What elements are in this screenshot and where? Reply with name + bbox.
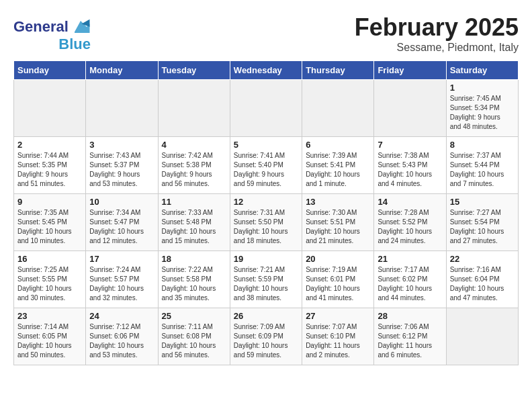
day-number: 17 (89, 254, 154, 264)
calendar-cell: 18Sunrise: 7:22 AM Sunset: 5:58 PM Dayli… (158, 251, 230, 308)
calendar-cell: 14Sunrise: 7:28 AM Sunset: 5:52 PM Dayli… (374, 194, 446, 251)
calendar-cell: 19Sunrise: 7:21 AM Sunset: 5:59 PM Dayli… (230, 251, 302, 308)
calendar-cell: 16Sunrise: 7:25 AM Sunset: 5:55 PM Dayli… (14, 251, 86, 308)
day-number: 28 (378, 311, 442, 321)
day-number: 26 (234, 311, 298, 321)
day-info: Sunrise: 7:27 AM Sunset: 5:54 PM Dayligh… (450, 208, 515, 246)
calendar-cell (158, 80, 230, 137)
calendar-cell (374, 80, 446, 137)
calendar-cell: 28Sunrise: 7:06 AM Sunset: 6:12 PM Dayli… (374, 308, 446, 365)
calendar-cell: 13Sunrise: 7:30 AM Sunset: 5:51 PM Dayli… (302, 194, 374, 251)
day-info: Sunrise: 7:21 AM Sunset: 5:59 PM Dayligh… (234, 265, 298, 303)
calendar-cell: 27Sunrise: 7:07 AM Sunset: 6:10 PM Dayli… (302, 308, 374, 365)
day-info: Sunrise: 7:42 AM Sunset: 5:38 PM Dayligh… (162, 151, 226, 189)
calendar-header-row: Sunday Monday Tuesday Wednesday Thursday… (14, 61, 519, 80)
calendar-cell: 25Sunrise: 7:11 AM Sunset: 6:08 PM Dayli… (158, 308, 230, 365)
day-info: Sunrise: 7:07 AM Sunset: 6:10 PM Dayligh… (306, 322, 370, 360)
day-info: Sunrise: 7:41 AM Sunset: 5:40 PM Dayligh… (234, 151, 298, 189)
col-tuesday: Tuesday (158, 61, 230, 80)
day-number: 16 (17, 254, 82, 264)
calendar-cell: 6Sunrise: 7:39 AM Sunset: 5:41 PM Daylig… (302, 137, 374, 194)
col-friday: Friday (374, 61, 446, 80)
day-info: Sunrise: 7:14 AM Sunset: 6:05 PM Dayligh… (17, 322, 82, 360)
day-number: 23 (17, 311, 82, 321)
day-info: Sunrise: 7:11 AM Sunset: 6:08 PM Dayligh… (162, 322, 226, 360)
day-number: 10 (89, 197, 154, 207)
day-number: 15 (450, 197, 515, 207)
calendar-cell: 21Sunrise: 7:17 AM Sunset: 6:02 PM Dayli… (374, 251, 446, 308)
calendar-week-row: 1Sunrise: 7:45 AM Sunset: 5:34 PM Daylig… (14, 80, 519, 137)
day-number: 18 (162, 254, 226, 264)
day-number: 9 (17, 197, 82, 207)
location-subtitle: Sessame, Piedmont, Italy (355, 42, 519, 54)
day-number: 2 (17, 140, 82, 150)
day-number: 14 (378, 197, 442, 207)
col-saturday: Saturday (446, 61, 518, 80)
calendar-cell: 20Sunrise: 7:19 AM Sunset: 6:01 PM Dayli… (302, 251, 374, 308)
day-info: Sunrise: 7:09 AM Sunset: 6:09 PM Dayligh… (234, 322, 298, 360)
calendar-week-row: 9Sunrise: 7:35 AM Sunset: 5:45 PM Daylig… (14, 194, 519, 251)
day-number: 20 (306, 254, 370, 264)
title-block: February 2025 Sessame, Piedmont, Italy (355, 13, 519, 54)
day-number: 8 (450, 140, 515, 150)
col-sunday: Sunday (14, 61, 86, 80)
calendar-week-row: 2Sunrise: 7:44 AM Sunset: 5:35 PM Daylig… (14, 137, 519, 194)
day-number: 6 (306, 140, 370, 150)
calendar-cell: 10Sunrise: 7:34 AM Sunset: 5:47 PM Dayli… (86, 194, 158, 251)
day-number: 7 (378, 140, 442, 150)
day-info: Sunrise: 7:33 AM Sunset: 5:48 PM Dayligh… (162, 208, 226, 246)
page-header: General Blue February 2025 Sessame, Pied… (13, 13, 519, 54)
day-info: Sunrise: 7:06 AM Sunset: 6:12 PM Dayligh… (378, 322, 442, 360)
day-info: Sunrise: 7:34 AM Sunset: 5:47 PM Dayligh… (89, 208, 154, 246)
calendar-cell: 5Sunrise: 7:41 AM Sunset: 5:40 PM Daylig… (230, 137, 302, 194)
calendar-cell (230, 80, 302, 137)
day-number: 19 (234, 254, 298, 264)
day-number: 12 (234, 197, 298, 207)
calendar-week-row: 23Sunrise: 7:14 AM Sunset: 6:05 PM Dayli… (14, 308, 519, 365)
calendar-cell: 8Sunrise: 7:37 AM Sunset: 5:44 PM Daylig… (446, 137, 518, 194)
calendar-week-row: 16Sunrise: 7:25 AM Sunset: 5:55 PM Dayli… (14, 251, 519, 308)
calendar-cell: 7Sunrise: 7:38 AM Sunset: 5:43 PM Daylig… (374, 137, 446, 194)
calendar-cell: 9Sunrise: 7:35 AM Sunset: 5:45 PM Daylig… (14, 194, 86, 251)
day-info: Sunrise: 7:17 AM Sunset: 6:02 PM Dayligh… (378, 265, 442, 303)
calendar-cell: 26Sunrise: 7:09 AM Sunset: 6:09 PM Dayli… (230, 308, 302, 365)
calendar-cell (302, 80, 374, 137)
day-info: Sunrise: 7:24 AM Sunset: 5:57 PM Dayligh… (89, 265, 154, 303)
calendar-cell: 12Sunrise: 7:31 AM Sunset: 5:50 PM Dayli… (230, 194, 302, 251)
day-number: 21 (378, 254, 442, 264)
calendar-cell: 22Sunrise: 7:16 AM Sunset: 6:04 PM Dayli… (446, 251, 518, 308)
logo-icon (71, 17, 91, 37)
day-number: 3 (89, 140, 154, 150)
calendar-cell: 11Sunrise: 7:33 AM Sunset: 5:48 PM Dayli… (158, 194, 230, 251)
col-wednesday: Wednesday (230, 61, 302, 80)
day-info: Sunrise: 7:12 AM Sunset: 6:06 PM Dayligh… (89, 322, 154, 360)
day-number: 13 (306, 197, 370, 207)
day-number: 11 (162, 197, 226, 207)
day-info: Sunrise: 7:25 AM Sunset: 5:55 PM Dayligh… (17, 265, 82, 303)
day-info: Sunrise: 7:38 AM Sunset: 5:43 PM Dayligh… (378, 151, 442, 189)
day-number: 1 (450, 83, 515, 93)
calendar-cell: 1Sunrise: 7:45 AM Sunset: 5:34 PM Daylig… (446, 80, 518, 137)
day-number: 22 (450, 254, 515, 264)
day-number: 24 (89, 311, 154, 321)
calendar-cell: 24Sunrise: 7:12 AM Sunset: 6:06 PM Dayli… (86, 308, 158, 365)
calendar-cell: 23Sunrise: 7:14 AM Sunset: 6:05 PM Dayli… (14, 308, 86, 365)
col-monday: Monday (86, 61, 158, 80)
day-number: 27 (306, 311, 370, 321)
day-info: Sunrise: 7:28 AM Sunset: 5:52 PM Dayligh… (378, 208, 442, 246)
logo-text: General (13, 19, 69, 34)
calendar-cell (446, 308, 518, 365)
day-info: Sunrise: 7:44 AM Sunset: 5:35 PM Dayligh… (17, 151, 82, 189)
calendar-cell (14, 80, 86, 137)
col-thursday: Thursday (302, 61, 374, 80)
logo: General Blue (13, 17, 91, 52)
calendar-cell: 15Sunrise: 7:27 AM Sunset: 5:54 PM Dayli… (446, 194, 518, 251)
day-info: Sunrise: 7:37 AM Sunset: 5:44 PM Dayligh… (450, 151, 515, 189)
day-number: 4 (162, 140, 226, 150)
day-info: Sunrise: 7:31 AM Sunset: 5:50 PM Dayligh… (234, 208, 298, 246)
day-info: Sunrise: 7:30 AM Sunset: 5:51 PM Dayligh… (306, 208, 370, 246)
day-info: Sunrise: 7:45 AM Sunset: 5:34 PM Dayligh… (450, 94, 515, 132)
day-info: Sunrise: 7:22 AM Sunset: 5:58 PM Dayligh… (162, 265, 226, 303)
day-number: 5 (234, 140, 298, 150)
day-info: Sunrise: 7:43 AM Sunset: 5:37 PM Dayligh… (89, 151, 154, 189)
